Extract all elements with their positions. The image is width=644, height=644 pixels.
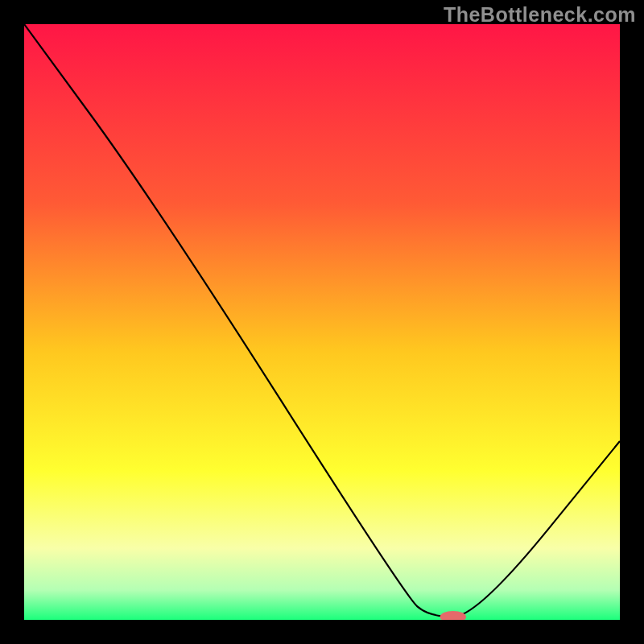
- chart-container: TheBottleneck.com: [0, 0, 644, 644]
- watermark-text: TheBottleneck.com: [444, 3, 636, 27]
- chart-background: [24, 24, 620, 620]
- bottleneck-chart: [24, 24, 620, 620]
